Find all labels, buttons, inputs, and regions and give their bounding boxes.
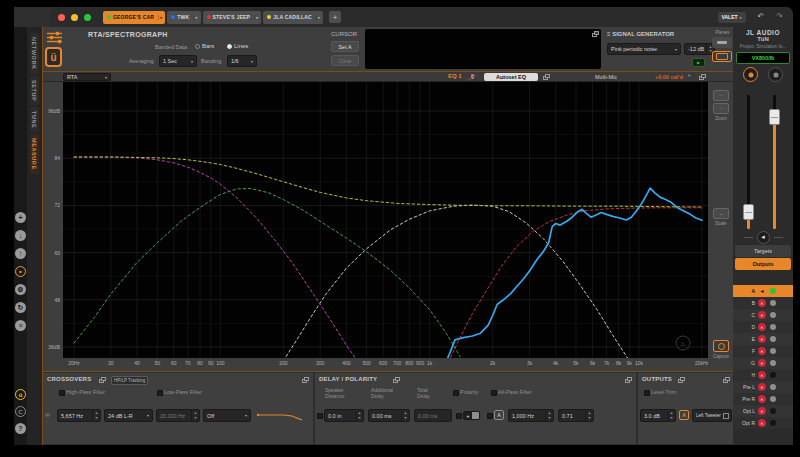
popout-icon[interactable] bbox=[699, 74, 706, 80]
channel-row-opt-l[interactable]: Opt L✕ bbox=[733, 405, 793, 417]
copyright-icon[interactable]: C bbox=[15, 406, 26, 417]
secondary-knob[interactable] bbox=[768, 67, 783, 82]
popout-icon[interactable] bbox=[723, 377, 730, 383]
mute-icon[interactable]: ✕ bbox=[758, 335, 766, 343]
add-project-tab-button[interactable]: + bbox=[329, 11, 341, 23]
tun-app-icon[interactable]: ü bbox=[45, 47, 62, 67]
rta-chart[interactable]: JL bbox=[63, 82, 708, 358]
mode-tab-setup[interactable]: SETUP bbox=[30, 76, 39, 105]
set-a-button[interactable]: Set A bbox=[331, 41, 359, 52]
outputs-button[interactable]: Outputs bbox=[735, 258, 791, 270]
hplp-tracking-button[interactable]: HP/LP Tracking bbox=[111, 376, 148, 385]
channel-dot-icon[interactable] bbox=[770, 324, 776, 330]
mute-icon[interactable]: ✕ bbox=[758, 359, 766, 367]
signal-source-select[interactable]: Pink periodic noise ▾ bbox=[607, 43, 681, 55]
popout-icon[interactable] bbox=[302, 377, 309, 383]
zoom-in-button[interactable]: ⋯ bbox=[713, 90, 729, 101]
banding-select[interactable]: 1/6 ▾ bbox=[227, 55, 257, 67]
stepper-arrows-icon[interactable]: ▲▼ bbox=[667, 410, 675, 421]
channel-row-opt-r[interactable]: Opt R✕ bbox=[733, 417, 793, 429]
project-tab-jla-cadillac[interactable]: JLA CADILLAC▾ bbox=[263, 11, 323, 24]
list-icon[interactable]: ≡ bbox=[15, 320, 26, 331]
expand-icon[interactable] bbox=[99, 377, 106, 383]
stepper-arrows-icon[interactable]: ▲▼ bbox=[355, 410, 363, 421]
undo-icon[interactable]: ↶ bbox=[758, 13, 765, 21]
pane-layout-button-2[interactable] bbox=[712, 51, 732, 62]
allpass-q-stepper[interactable]: 0.71 ▲▼ bbox=[558, 409, 594, 422]
channel-dot-icon[interactable] bbox=[770, 300, 776, 306]
tun-logo-icon[interactable]: ü bbox=[15, 389, 26, 400]
allpass-freq-stepper[interactable]: 1,000 Hz ▲▼ bbox=[508, 409, 554, 422]
master-knob[interactable] bbox=[743, 67, 758, 82]
trace-source-select[interactable]: RTA ▾ bbox=[63, 73, 111, 81]
help-icon[interactable]: ? bbox=[15, 423, 26, 434]
channel-name-field[interactable]: Left Tweeter bbox=[692, 409, 732, 422]
stepper-arrows-icon[interactable]: ▲▼ bbox=[92, 410, 100, 421]
mute-icon[interactable]: ✕ bbox=[758, 407, 766, 415]
allpass-icon[interactable]: A bbox=[494, 410, 504, 420]
mute-icon[interactable]: ✕ bbox=[758, 299, 766, 307]
channel-dot-icon[interactable] bbox=[770, 336, 776, 342]
expand-icon[interactable] bbox=[393, 377, 400, 383]
channel-dot-icon[interactable] bbox=[770, 312, 776, 318]
project-tab-steve-s-jeep[interactable]: STEVE'S JEEP▾ bbox=[203, 11, 262, 24]
measure-active-icon[interactable]: ■ bbox=[15, 266, 26, 277]
channel-row-e[interactable]: E✕ bbox=[733, 333, 793, 345]
right-slider-handle[interactable] bbox=[769, 109, 780, 125]
device-display[interactable]: VX800/8i bbox=[736, 52, 790, 64]
banded-lines-radio[interactable]: Lines bbox=[227, 43, 248, 49]
channel-dot-icon[interactable] bbox=[770, 408, 776, 414]
store-snapshot-icon[interactable]: ↓ bbox=[15, 230, 26, 241]
expand-icon[interactable] bbox=[678, 377, 685, 383]
channel-row-h[interactable]: H✕ bbox=[733, 369, 793, 381]
mode-tab-measure[interactable]: MEASURE bbox=[30, 134, 39, 174]
banded-bars-radio[interactable]: Bars bbox=[195, 43, 214, 49]
link-icon[interactable]: ∞ bbox=[45, 411, 50, 418]
channel-dot-icon[interactable] bbox=[770, 384, 776, 390]
channel-row-c[interactable]: C✕ bbox=[733, 309, 793, 321]
channel-row-b[interactable]: B✕ bbox=[733, 297, 793, 309]
mute-icon[interactable]: ✕ bbox=[758, 371, 766, 379]
channel-row-pre-l[interactable]: Pre L✕ bbox=[733, 381, 793, 393]
stepper-arrows-icon[interactable]: ▲▼ bbox=[545, 410, 553, 421]
channel-row-g[interactable]: G✕ bbox=[733, 357, 793, 369]
popout-icon[interactable] bbox=[592, 31, 599, 37]
polarity-toggle[interactable]: + bbox=[463, 411, 480, 420]
minimize-window-icon[interactable] bbox=[71, 14, 78, 21]
channel-row-a[interactable]: A◄ bbox=[733, 285, 793, 297]
channel-dot-icon[interactable] bbox=[770, 396, 776, 402]
hp-slope-select[interactable]: 24 dB L-R ▾ bbox=[104, 409, 153, 422]
mute-icon[interactable]: ✕ bbox=[758, 311, 766, 319]
speaker-icon[interactable]: ◄ bbox=[757, 231, 770, 244]
channel-dot-icon[interactable] bbox=[770, 420, 776, 426]
add-icon[interactable]: + bbox=[15, 212, 26, 223]
pane-layout-button-1[interactable] bbox=[712, 37, 732, 48]
scale-button[interactable]: ↔ bbox=[713, 208, 729, 219]
close-window-icon[interactable] bbox=[58, 14, 65, 21]
targets-button[interactable]: Targets bbox=[735, 245, 791, 257]
project-tab-george-s-car[interactable]: GEORGE'S CAR▾ bbox=[103, 11, 165, 24]
auto-assign-icon[interactable]: A bbox=[679, 410, 689, 420]
mute-icon[interactable]: ✕ bbox=[758, 347, 766, 355]
averaging-select[interactable]: 1 Sec ▾ bbox=[159, 55, 197, 67]
mixer-icon[interactable] bbox=[47, 31, 62, 44]
mode-tab-tune[interactable]: TUNE bbox=[30, 107, 39, 132]
refresh-icon[interactable]: ↻ bbox=[15, 302, 26, 313]
level-trim-stepper[interactable]: 3.0 dB ▲▼ bbox=[640, 409, 676, 422]
channel-dot-icon[interactable] bbox=[770, 348, 776, 354]
speaker-distance-stepper[interactable]: 0.0 in ▲▼ bbox=[324, 409, 364, 422]
play-button[interactable]: ▶ bbox=[692, 58, 705, 67]
channel-dot-icon[interactable] bbox=[770, 288, 776, 294]
rta-plot[interactable]: JL bbox=[63, 82, 708, 358]
capture-button[interactable] bbox=[713, 340, 729, 352]
speaker-icon[interactable]: ◄ bbox=[758, 287, 766, 295]
mic-mode-value[interactable]: Multi-Mic bbox=[595, 74, 617, 80]
lp-slope-select[interactable]: Off ▾ bbox=[203, 409, 251, 422]
zoom-out-button[interactable]: ⋯ bbox=[713, 103, 729, 114]
stepper-arrows-icon[interactable]: ▲▼ bbox=[585, 410, 593, 421]
channel-row-d[interactable]: D✕ bbox=[733, 321, 793, 333]
chevron-down-icon[interactable]: ▾ bbox=[688, 73, 690, 78]
mute-icon[interactable]: ✕ bbox=[758, 419, 766, 427]
mute-icon[interactable]: ✕ bbox=[758, 383, 766, 391]
clear-button[interactable]: Clear bbox=[331, 55, 359, 66]
